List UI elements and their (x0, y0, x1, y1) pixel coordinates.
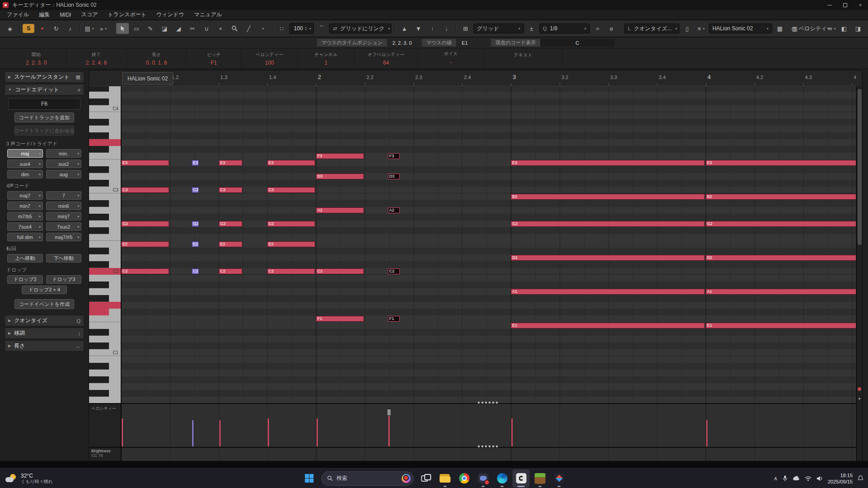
midi-note-f1[interactable]: F1 (388, 316, 400, 322)
velocity-bar[interactable] (268, 418, 269, 446)
taskbar-app-edge[interactable] (494, 469, 511, 488)
taskbar-app-launcher[interactable] (551, 469, 568, 488)
midi-note-e1[interactable]: E1 (511, 323, 705, 328)
midi-note-g2[interactable]: G2 (192, 221, 199, 227)
scrollbar-thumb[interactable] (858, 89, 862, 245)
nudge-settings-button[interactable]: ± (525, 23, 538, 34)
piano-key-black[interactable] (89, 261, 109, 268)
midi-note-e1[interactable]: E1 (706, 323, 856, 328)
left-zone-toggle-button[interactable]: ◧ (838, 23, 850, 34)
length-quantize-select[interactable]: Lクオンタイズ...▾ (624, 23, 679, 33)
piano-key-black[interactable] (89, 363, 109, 370)
chord-button-sus2[interactable]: sus2▸ (46, 160, 82, 168)
wifi-icon[interactable] (805, 476, 811, 481)
line-tool[interactable]: ╱ (242, 23, 255, 34)
zoom-tool[interactable] (228, 23, 241, 34)
split-tool[interactable]: ✂ (186, 23, 199, 34)
draw-tool[interactable]: ✎ (144, 23, 157, 34)
transpose-section-header[interactable]: ▶ 移調 ↕ (5, 328, 84, 339)
menu-window[interactable]: ウィンドウ (151, 10, 189, 19)
match-chord-track-button[interactable]: コードトラックに合わせる (14, 126, 74, 136)
volume-icon[interactable] (816, 476, 823, 481)
cc-lane-grid[interactable] (121, 448, 856, 461)
chord-button-[interactable]: 上へ移動 (7, 254, 43, 263)
piano-key-highlighted[interactable] (89, 139, 121, 146)
chord-button-min7[interactable]: min7▸ (7, 202, 43, 210)
independent-loop-button[interactable]: ↻ (50, 23, 62, 34)
trim-tool[interactable]: ◢ (172, 23, 185, 34)
taskbar-app-minecraft[interactable] (532, 469, 549, 488)
object-selection-tool[interactable] (116, 23, 129, 34)
piano-keyboard[interactable]: C4C3C2C1 (89, 86, 121, 403)
chord-button-2[interactable]: ドロップ2 (7, 275, 43, 284)
midi-note-c2[interactable]: C2 (388, 268, 400, 274)
midi-note-e3[interactable]: E3 (706, 160, 856, 166)
timeline-ruler[interactable]: HALion Sonic 02 1.21.31.422.22.32.433.23… (121, 70, 856, 86)
midi-note-g2[interactable]: G2 (121, 221, 169, 227)
velocity-lane-grid[interactable] (121, 404, 856, 447)
insert-velocity-spinner[interactable]: 100▴▾▾ (289, 23, 314, 34)
taskbar-search[interactable]: 検索 (321, 471, 414, 486)
menu-manual[interactable]: マニュアル (189, 10, 226, 19)
midi-note-g2[interactable]: G2 (511, 221, 705, 227)
midi-note-e2[interactable]: E2 (219, 241, 242, 247)
move-up-button[interactable]: ▲ (398, 23, 410, 34)
velocity-bar[interactable] (219, 420, 221, 446)
create-chord-event-button[interactable]: コードイベントを作成 (14, 299, 74, 309)
onedrive-cloud-icon[interactable] (793, 476, 800, 481)
piano-key-black[interactable] (89, 214, 109, 221)
taskbar-weather-widget[interactable]: 32°C くもり時々晴れ (5, 469, 53, 488)
erase-tool[interactable]: ◪ (158, 23, 171, 34)
chord-button-dim[interactable]: dim▸ (7, 170, 43, 178)
chord-button-[interactable]: 下へ移動 (46, 254, 82, 263)
chord-button-full-dim[interactable]: full dim▸ (7, 233, 43, 241)
midi-note-f3[interactable]: F3 (388, 153, 400, 159)
chord-button-aug[interactable]: aug▸ (46, 170, 82, 178)
piano-key-black[interactable] (89, 86, 109, 92)
show-part-borders-button[interactable]: ▯ (681, 23, 693, 34)
midi-note-d3[interactable]: D3 (316, 174, 364, 179)
midi-note-e3[interactable]: E3 (219, 160, 242, 166)
piano-key-black[interactable] (89, 200, 109, 207)
piano-key-black[interactable] (89, 166, 109, 173)
midi-note-c2[interactable]: C2 (192, 268, 199, 274)
midi-input-button[interactable]: ⌒ (315, 23, 328, 34)
piano-key-black[interactable] (89, 132, 109, 139)
midi-note-c3[interactable]: C3 (219, 187, 242, 193)
setup-pin-button[interactable]: ◈ (4, 23, 16, 34)
acoustic-feedback-button[interactable]: ♪ (64, 23, 76, 34)
record-in-editor-button[interactable]: ● (36, 23, 48, 34)
midi-note-e3[interactable]: E3 (511, 160, 705, 166)
midi-note-e3[interactable]: E3 (121, 160, 169, 166)
midi-note-c2[interactable]: C2 (316, 268, 364, 274)
chord-button-maj[interactable]: maj▸ (7, 149, 43, 158)
menu-midi[interactable]: MIDI (55, 10, 76, 19)
move-down-button[interactable]: ▼ (412, 23, 425, 34)
note-expression-button[interactable]: ▦ (774, 23, 786, 34)
piano-key-black[interactable] (89, 119, 109, 126)
chord-button-3[interactable]: ドロップ3 (46, 275, 82, 284)
mute-tool[interactable]: × (214, 23, 227, 34)
zoom-indicator-dot[interactable] (858, 387, 861, 391)
minimize-button[interactable] (822, 0, 837, 10)
midi-note-f1[interactable]: F1 (316, 316, 364, 322)
midi-note-e2[interactable]: E2 (192, 241, 199, 247)
lane-resize-handle[interactable] (478, 402, 498, 404)
taskbar-app-discord[interactable] (475, 469, 492, 488)
midi-note-d2[interactable]: D2 (706, 255, 856, 261)
scale-assistant-header[interactable]: ▶ スケールアシスタント ▦ (5, 71, 84, 83)
piano-key-highlighted[interactable] (89, 302, 121, 309)
grid-link-select[interactable]: ⇄グリッドにリンク▾ (329, 23, 392, 33)
taskbar-clock[interactable]: 18:15 2025/09/15 (828, 472, 853, 485)
midi-note-b2[interactable]: B2 (706, 194, 856, 200)
active-part-select[interactable]: HALion Sonic 02▾ (709, 23, 772, 33)
quantize-preset-select[interactable]: Q1/8▾ (539, 23, 590, 33)
piano-key-black[interactable] (89, 376, 109, 383)
maximize-button[interactable] (837, 0, 853, 10)
velocity-bar[interactable] (122, 418, 123, 446)
midi-note-c3[interactable]: C3 (267, 187, 315, 193)
taskbar-app-file-explorer[interactable] (437, 469, 454, 488)
menu-transport[interactable]: トランスポート (103, 10, 151, 19)
midi-note-c2[interactable]: C2 (121, 268, 169, 274)
range-selection-tool[interactable]: ▭ (130, 23, 143, 34)
